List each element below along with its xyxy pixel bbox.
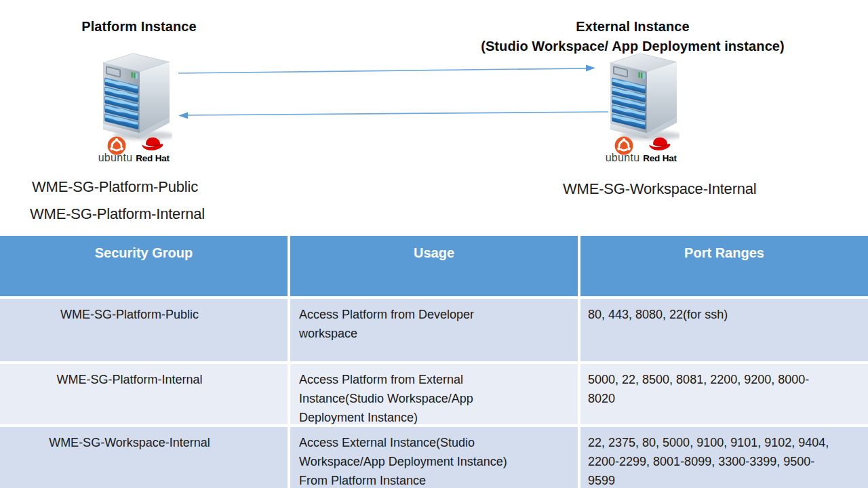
external-instance-title: External Instance (Studio Workspace/ App… — [434, 17, 831, 56]
cell-row3-port-ranges: 22, 2375, 80, 5000, 9100, 9101, 9102, 94… — [580, 427, 868, 488]
security-group-label-platform-public: WME-SG-Platform-Public — [32, 178, 198, 196]
security-group-label-platform-internal: WME-SG-Platform-Internal — [30, 205, 205, 223]
external-instance-title-line1: External Instance — [434, 17, 831, 37]
table-header-port-ranges: Port Ranges — [580, 236, 868, 296]
arrow-left-icon — [178, 112, 608, 119]
platform-instance-title: Platform Instance — [54, 17, 224, 37]
security-group-label-workspace-internal: WME-SG-Workspace-Internal — [563, 180, 756, 198]
redhat-logo-icon — [648, 135, 672, 152]
cell-row2-security-group: WME-SG-Platform-Internal — [0, 364, 288, 424]
ubuntu-wordmark: ubuntu — [601, 152, 644, 164]
table-header-security-group: Security Group — [0, 236, 288, 296]
security-groups-table: Security Group Usage Port Ranges WME-SG-… — [0, 236, 868, 488]
cell-row2-usage: Access Platform from External Instance(S… — [290, 364, 578, 424]
redhat-wordmark: Red Hat — [642, 153, 678, 163]
cell-row1-security-group: WME-SG-Platform-Public — [0, 299, 288, 361]
redhat-logo-icon — [140, 135, 165, 152]
connection-arrows — [173, 60, 612, 124]
slide-canvas: Platform Instance External Instance (Stu… — [0, 0, 868, 488]
platform-server-image — [102, 52, 172, 142]
cell-row3-usage: Access External Instance(Studio Workspac… — [290, 427, 578, 488]
arrow-right-icon — [178, 65, 595, 74]
redhat-wordmark: Red Hat — [134, 153, 171, 163]
cell-row1-usage: Access Platform from Developer workspace — [290, 299, 578, 361]
ubuntu-wordmark: ubuntu — [94, 152, 136, 164]
table-header-usage: Usage — [290, 236, 578, 296]
cell-row2-port-ranges: 5000, 22, 8500, 8081, 2200, 9200, 8000-8… — [580, 364, 868, 424]
external-server-image — [609, 52, 679, 142]
cell-row3-security-group: WME-SG-Workspace-Internal — [0, 427, 288, 488]
cell-row1-port-ranges: 80, 443, 8080, 22(for ssh) — [580, 299, 868, 361]
